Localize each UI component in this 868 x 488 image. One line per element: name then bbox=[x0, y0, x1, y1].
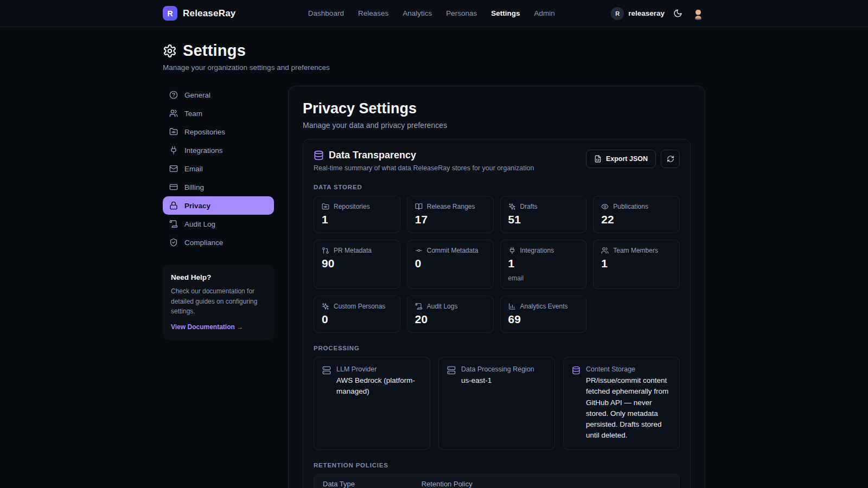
sidebar-item-privacy[interactable]: Privacy bbox=[163, 196, 274, 215]
bar-chart-icon bbox=[508, 303, 516, 310]
stat-audit-logs: Audit Logs 20 bbox=[407, 296, 494, 333]
table-header-row: Data Type Retention Policy bbox=[314, 474, 679, 488]
nav-admin[interactable]: Admin bbox=[534, 9, 555, 17]
sidebar-item-team[interactable]: Team bbox=[163, 104, 274, 123]
stat-value: 0 bbox=[322, 313, 392, 326]
sidebar-item-label: Integrations bbox=[184, 146, 223, 155]
need-help-card: Need Help? Check our documentation for d… bbox=[163, 265, 274, 340]
stat-value: 51 bbox=[508, 213, 579, 226]
server-icon bbox=[447, 366, 456, 375]
nav-analytics[interactable]: Analytics bbox=[403, 9, 432, 17]
sidebar-item-label: Billing bbox=[184, 183, 204, 191]
proc-llm-provider: LLM Provider AWS Bedrock (platform-manag… bbox=[314, 357, 430, 450]
gear-icon bbox=[163, 44, 177, 58]
section-label-retention: RETENTION POLICIES bbox=[314, 462, 680, 468]
sidebar-item-integrations[interactable]: Integrations bbox=[163, 141, 274, 159]
shield-check-icon bbox=[169, 238, 178, 247]
stat-integrations: Integrations 1 email bbox=[500, 240, 587, 289]
stat-drafts: Drafts 51 bbox=[500, 196, 587, 233]
stat-value: 20 bbox=[415, 313, 486, 326]
privacy-settings-panel: Privacy Settings Manage your data and pr… bbox=[288, 86, 705, 488]
stat-label: Publications bbox=[613, 203, 648, 210]
sidebar-item-email[interactable]: Email bbox=[163, 159, 274, 178]
nav-settings[interactable]: Settings bbox=[491, 9, 520, 17]
stat-value: 1 bbox=[508, 257, 579, 270]
stat-label: Team Members bbox=[613, 247, 658, 254]
retention-table: Data Type Retention Policy PR Metadata bbox=[314, 474, 680, 488]
help-body: Check our documentation for detailed gui… bbox=[171, 286, 266, 317]
sidebar-item-repositories[interactable]: Repositories bbox=[163, 123, 274, 141]
eye-icon bbox=[601, 203, 609, 210]
users-icon bbox=[601, 247, 609, 254]
theme-toggle-button[interactable] bbox=[673, 9, 682, 18]
view-documentation-link[interactable]: View Documentation → bbox=[171, 323, 243, 331]
col-data-type: Data Type bbox=[314, 474, 413, 488]
lock-icon bbox=[169, 201, 178, 210]
sidebar-item-label: Email bbox=[184, 165, 203, 173]
sidebar-item-general[interactable]: General bbox=[163, 86, 274, 104]
proc-label: Content Storage bbox=[586, 365, 671, 373]
stat-label: Repositories bbox=[334, 203, 370, 210]
proc-label: Data Processing Region bbox=[461, 365, 534, 373]
scroll-icon bbox=[169, 220, 178, 228]
processing-grid: LLM Provider AWS Bedrock (platform-manag… bbox=[314, 357, 680, 450]
mail-icon bbox=[169, 164, 178, 173]
credit-card-icon bbox=[169, 183, 178, 191]
git-pull-request-icon bbox=[322, 247, 329, 254]
export-json-button[interactable]: Export JSON bbox=[586, 150, 656, 168]
stat-value: 0 bbox=[415, 257, 486, 270]
help-title: Need Help? bbox=[171, 273, 266, 281]
proc-data-region: Data Processing Region us-east-1 bbox=[438, 357, 555, 450]
moon-icon bbox=[673, 9, 682, 18]
stat-value: 17 bbox=[415, 213, 486, 226]
brand-logo: R bbox=[163, 6, 177, 21]
data-stored-grid: Repositories 1 Release Ranges 17 bbox=[314, 196, 680, 333]
git-commit-icon bbox=[415, 247, 423, 254]
card-subtitle: Real-time summary of what data ReleaseRa… bbox=[314, 164, 534, 172]
stat-value: 1 bbox=[601, 257, 672, 270]
refresh-button[interactable] bbox=[661, 150, 680, 168]
stat-label: Custom Personas bbox=[334, 303, 385, 310]
brand[interactable]: R ReleaseRay bbox=[163, 6, 235, 21]
sidebar-item-billing[interactable]: Billing bbox=[163, 178, 274, 196]
panel-subtitle: Manage your data and privacy preferences bbox=[303, 121, 691, 130]
stat-team-members: Team Members 1 bbox=[593, 240, 680, 289]
sidebar-item-label: Audit Log bbox=[184, 220, 215, 228]
sidebar-item-label: Compliance bbox=[184, 239, 223, 247]
stat-label: Drafts bbox=[520, 203, 538, 210]
database-icon bbox=[572, 366, 580, 375]
col-retention-policy: Retention Policy bbox=[413, 474, 679, 488]
stat-commit-metadata: Commit Metadata 0 bbox=[407, 240, 494, 289]
proc-value: PR/issue/commit content fetched ephemera… bbox=[586, 375, 671, 441]
nav-releases[interactable]: Releases bbox=[358, 9, 388, 17]
stat-sub: email bbox=[508, 274, 579, 282]
nav-personas[interactable]: Personas bbox=[446, 9, 477, 17]
page-subtitle: Manage your organization settings and pr… bbox=[163, 63, 705, 72]
scroll-icon bbox=[415, 303, 423, 310]
sidebar-item-label: Repositories bbox=[184, 128, 225, 136]
stat-label: Release Ranges bbox=[427, 203, 475, 210]
settings-sidebar: General Team Repositories Integrations E… bbox=[163, 86, 274, 340]
sparkles-icon bbox=[508, 203, 516, 210]
proc-value: us-east-1 bbox=[461, 375, 534, 386]
stat-label: Audit Logs bbox=[427, 303, 458, 310]
nav-dashboard[interactable]: Dashboard bbox=[308, 9, 344, 17]
brand-name: ReleaseRay bbox=[183, 8, 235, 19]
stat-value: 69 bbox=[508, 313, 579, 326]
org-switcher[interactable]: R releaseray bbox=[611, 7, 665, 20]
sidebar-item-label: Privacy bbox=[184, 202, 210, 210]
sidebar-item-compliance[interactable]: Compliance bbox=[163, 233, 274, 252]
file-json-icon bbox=[594, 155, 602, 163]
person-bust-icon bbox=[691, 7, 705, 21]
stat-pr-metadata: PR Metadata 90 bbox=[314, 240, 400, 289]
stat-label: Analytics Events bbox=[520, 303, 568, 310]
book-open-icon bbox=[415, 203, 423, 210]
stat-label: Commit Metadata bbox=[427, 247, 478, 254]
data-transparency-card: Data Transparency Real-time summary of w… bbox=[303, 139, 691, 488]
page-title: Settings bbox=[183, 42, 246, 60]
stat-analytics-events: Analytics Events 69 bbox=[500, 296, 587, 333]
user-avatar[interactable] bbox=[691, 7, 705, 21]
sidebar-item-audit-log[interactable]: Audit Log bbox=[163, 215, 274, 233]
plug-icon bbox=[508, 247, 516, 254]
database-icon bbox=[314, 150, 324, 160]
